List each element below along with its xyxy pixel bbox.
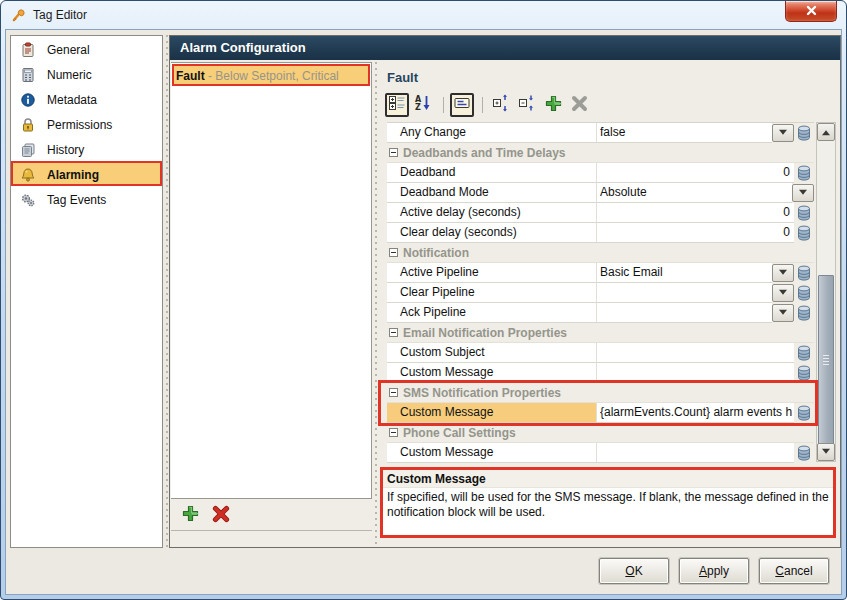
property-label: Custom Subject (387, 343, 597, 363)
property-value[interactable] (597, 283, 772, 303)
sidebar-item-alarming[interactable]: Alarming (11, 161, 162, 186)
property-row-any-change[interactable]: Any Changefalse (387, 123, 814, 143)
collapse-toggle[interactable] (389, 428, 398, 437)
property-description-title: Custom Message (383, 470, 833, 488)
property-row-custom-subject[interactable]: Custom Subject (387, 343, 814, 363)
category-row-email-notification-properties[interactable]: Email Notification Properties (387, 323, 814, 343)
category-label: Deadbands and Time Delays (403, 146, 566, 160)
property-value[interactable]: {alarmEvents.Count} alarm events h (597, 403, 794, 423)
property-row-ack-pipeline[interactable]: Ack Pipeline (387, 303, 814, 323)
sidebar-item-label: General (47, 43, 90, 57)
dropdown-button[interactable] (772, 124, 794, 142)
sidebar-item-general[interactable]: General (11, 36, 162, 61)
binding-database-icon[interactable] (796, 124, 814, 142)
alarm-list-toolbar (171, 499, 372, 531)
expand-all-button[interactable] (489, 93, 513, 117)
dropdown-button[interactable] (792, 184, 814, 202)
binding-database-icon[interactable] (796, 264, 814, 282)
categorize-icon (388, 94, 406, 116)
collapse-toggle[interactable] (389, 388, 398, 397)
sidebar-item-history[interactable]: History (11, 136, 162, 161)
sidebar-item-label: Permissions (47, 118, 112, 132)
property-value[interactable]: Basic Email (597, 263, 772, 283)
ok-button[interactable]: OK (599, 558, 669, 584)
property-label: Custom Message (387, 403, 597, 423)
general-clipboard-icon (20, 42, 36, 58)
alarming-bell-icon (20, 167, 36, 183)
binding-database-icon[interactable] (796, 344, 814, 362)
binding-database-icon[interactable] (796, 364, 814, 382)
dropdown-button[interactable] (772, 264, 794, 282)
property-label: Deadband (387, 163, 597, 183)
property-value[interactable]: 0 (597, 163, 794, 183)
category-row-sms-notification-properties[interactable]: SMS Notification Properties (387, 383, 814, 403)
category-row-deadbands-and-time-delays[interactable]: Deadbands and Time Delays (387, 143, 814, 163)
delete-alarm-button[interactable] (212, 505, 232, 525)
property-row-deadband-mode[interactable]: Deadband ModeAbsolute (387, 183, 814, 203)
close-button[interactable] (785, 1, 837, 22)
property-value[interactable] (597, 443, 794, 463)
binding-database-icon[interactable] (796, 404, 814, 422)
sort-alphabetical-button[interactable]: AZ (411, 93, 435, 117)
dropdown-button[interactable] (772, 304, 794, 322)
sidebar-item-tag-events[interactable]: Tag Events (11, 186, 162, 211)
binding-database-icon[interactable] (796, 304, 814, 322)
property-label: Any Change (387, 123, 597, 143)
permissions-lock-icon (20, 117, 36, 133)
sort-az-icon: AZ (414, 94, 432, 116)
sidebar-item-numeric[interactable]: Numeric (11, 61, 162, 86)
delete-property-button[interactable] (567, 93, 591, 117)
titlebar[interactable]: Tag Editor (1, 1, 846, 29)
binding-database-icon[interactable] (796, 284, 814, 302)
expand-all-icon (492, 94, 510, 116)
history-pages-icon (20, 142, 36, 158)
property-row-custom-message[interactable]: Custom Message{alarmEvents.Count} alarm … (387, 403, 814, 423)
property-value[interactable]: false (597, 123, 772, 143)
cancel-button[interactable]: Cancel (759, 558, 829, 584)
collapse-toggle[interactable] (389, 328, 398, 337)
property-row-active-delay-seconds[interactable]: Active delay (seconds)0 (387, 203, 814, 223)
scrollbar-thumb[interactable] (818, 275, 834, 445)
sidebar-item-metadata[interactable]: Metadata (11, 86, 162, 111)
sidebar-item-label: Metadata (47, 93, 97, 107)
collapse-toggle[interactable] (389, 248, 398, 257)
property-row-deadband[interactable]: Deadband0 (387, 163, 814, 183)
property-row-active-pipeline[interactable]: Active PipelineBasic Email (387, 263, 814, 283)
add-alarm-button[interactable] (182, 505, 202, 525)
sidebar-item-permissions[interactable]: Permissions (11, 111, 162, 136)
binding-database-icon[interactable] (796, 224, 814, 242)
property-row-clear-delay-seconds[interactable]: Clear delay (seconds)0 (387, 223, 814, 243)
property-value[interactable] (597, 363, 794, 383)
alarm-list-item-fault[interactable]: Fault - Below Setpoint, Critical (172, 64, 370, 86)
property-value[interactable] (597, 343, 794, 363)
category-label: Email Notification Properties (403, 326, 567, 340)
category-row-notification[interactable]: Notification (387, 243, 814, 263)
collapse-all-button[interactable] (515, 93, 539, 117)
dropdown-button[interactable] (772, 284, 794, 302)
property-description-text: If specified, will be used for the SMS m… (383, 488, 833, 522)
property-value[interactable]: 0 (597, 223, 794, 243)
alarm-list[interactable]: Fault - Below Setpoint, Critical (171, 62, 372, 499)
categorize-button[interactable] (385, 93, 409, 117)
property-value[interactable] (597, 303, 772, 323)
property-row-custom-message[interactable]: Custom Message (387, 363, 814, 383)
property-value[interactable]: Absolute (597, 183, 792, 203)
property-row-clear-pipeline[interactable]: Clear Pipeline (387, 283, 814, 303)
scroll-down-button[interactable] (817, 443, 835, 461)
category-row-phone-call-settings[interactable]: Phone Call Settings (387, 423, 814, 443)
property-row-custom-message[interactable]: Custom Message (387, 443, 814, 463)
binding-database-icon[interactable] (796, 444, 814, 462)
collapse-toggle[interactable] (389, 148, 398, 157)
property-label: Clear Pipeline (387, 283, 597, 303)
scroll-up-button[interactable] (817, 123, 835, 141)
toolbar-separator (482, 97, 483, 113)
apply-button[interactable]: Apply (679, 558, 749, 584)
property-value[interactable]: 0 (597, 203, 794, 223)
show-description-button[interactable] (450, 93, 474, 117)
window-title: Tag Editor (33, 8, 87, 22)
property-grid-scrollbar[interactable] (816, 122, 836, 462)
binding-database-icon[interactable] (796, 164, 814, 182)
delete-x-gray-icon (571, 95, 588, 116)
binding-database-icon[interactable] (796, 204, 814, 222)
add-property-button[interactable] (541, 93, 565, 117)
